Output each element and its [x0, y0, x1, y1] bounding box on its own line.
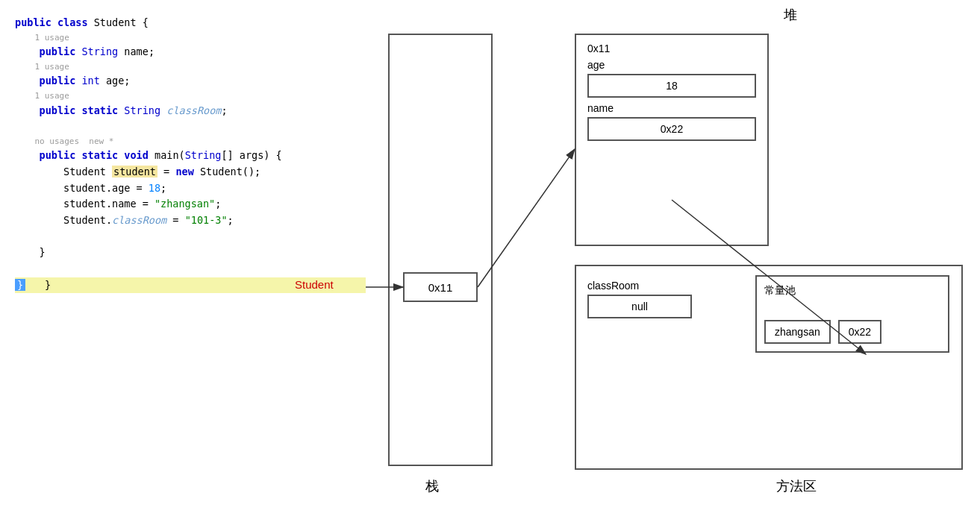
code-line-usage-1: 1 usage	[15, 31, 358, 45]
cp-zhangsan: zhangsan	[764, 320, 831, 344]
code-line-14: Student.classRoom = "101-3";	[15, 213, 358, 229]
classroom-label: classRoom	[587, 280, 692, 292]
cp-0x22: 0x22	[838, 320, 881, 344]
code-line-10: public static void main(String[] args) {	[15, 148, 358, 164]
cp-items: zhangsan 0x22	[764, 320, 940, 344]
code-line-16: }	[15, 245, 358, 261]
constant-pool-title: 常量池	[764, 284, 940, 298]
name-field-value: 0x22	[587, 117, 756, 141]
student-label: Student	[295, 278, 334, 291]
code-line-1: public class Student {	[15, 15, 358, 31]
code-line-blank1	[15, 119, 358, 135]
classroom-section: classRoom null	[587, 275, 692, 321]
code-line-blank2	[15, 228, 358, 245]
constant-pool-section: 常量池 zhangsan 0x22	[755, 275, 949, 353]
code-line-13: student.name = "zhangsan";	[15, 196, 358, 213]
age-field-value: 18	[587, 74, 756, 98]
code-line-11: Student student = new Student();	[15, 164, 358, 180]
heap-box: 0x11 age 18 name 0x22	[575, 34, 769, 246]
classroom-value: null	[587, 295, 692, 318]
code-line-12: student.age = 18;	[15, 180, 358, 197]
code-panel: public class Student { 1 usage public St…	[0, 0, 366, 525]
method-box: classRoom null 常量池 zhangsan 0x22	[575, 265, 963, 470]
heap-addr: 0x11	[587, 43, 756, 54]
method-area-label: 方法区	[776, 477, 817, 495]
stack-ref-addr: 0x11	[428, 281, 453, 294]
age-field-label: age	[587, 59, 756, 71]
code-line-usage-2: 1 usage	[15, 60, 358, 74]
code-line-7: public static String classRoom;	[15, 103, 358, 119]
stack-label: 栈	[425, 477, 439, 495]
code-line-nousages: no usages new *	[15, 135, 358, 148]
code-line-usage-3: 1 usage	[15, 89, 358, 103]
code-line-3: public String name;	[15, 44, 358, 60]
name-field-label: name	[587, 102, 756, 114]
method-box-inner: classRoom null 常量池 zhangsan 0x22	[576, 266, 961, 468]
heap-label: 堆	[784, 6, 797, 24]
stack-box	[388, 34, 493, 466]
stack-ref-box: 0x11	[403, 272, 478, 302]
code-line-17: }	[45, 277, 51, 294]
code-line-5: public int age;	[15, 73, 358, 89]
